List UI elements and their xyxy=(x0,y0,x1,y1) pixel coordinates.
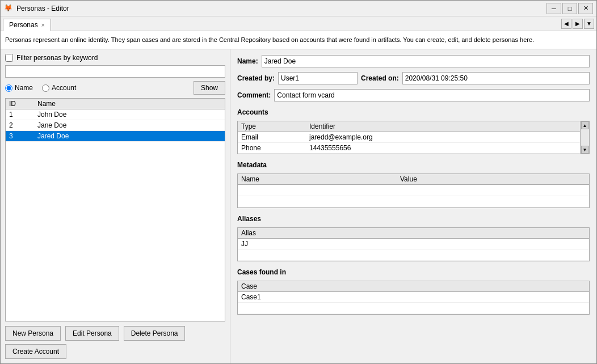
radio-name[interactable] xyxy=(5,84,12,92)
cell-type: Email xyxy=(238,132,306,143)
new-persona-button[interactable]: New Persona xyxy=(5,326,61,341)
filter-input[interactable] xyxy=(5,65,225,78)
accounts-col-identifier: Identifier xyxy=(306,121,580,132)
title-bar: 🦊 Personas - Editor ─ □ ✕ xyxy=(1,1,596,16)
table-row[interactable]: Emailjaredd@example.org xyxy=(238,132,580,143)
name-input[interactable] xyxy=(262,55,590,67)
col-id: ID xyxy=(6,99,34,109)
tab-label: Personas xyxy=(9,21,38,29)
cell-name: Jared Doe xyxy=(34,131,225,142)
cases-table: Case Case1 xyxy=(237,281,590,315)
table-row xyxy=(238,196,589,208)
maximize-button[interactable]: □ xyxy=(562,3,577,14)
tab-nav-menu[interactable]: ▼ xyxy=(584,19,594,29)
persona-action-buttons: New Persona Edit Persona Delete Persona xyxy=(5,326,225,341)
aliases-section-title: Aliases xyxy=(237,215,590,223)
create-account-button[interactable]: Create Account xyxy=(5,344,66,359)
table-row xyxy=(238,185,589,196)
accounts-col-type: Type xyxy=(238,121,306,132)
table-row[interactable]: Phone14435555656 xyxy=(238,143,580,154)
table-row[interactable]: Case1 xyxy=(238,292,589,303)
info-bar: Personas represent an online identity. T… xyxy=(1,31,596,49)
comment-row: Comment: xyxy=(237,89,590,101)
table-row[interactable]: 3Jared Doe xyxy=(6,131,225,142)
cell-case: Case1 xyxy=(238,292,589,303)
aliases-table: Alias JJ xyxy=(237,227,590,261)
cases-section-title: Cases found in xyxy=(237,268,590,276)
tab-bar-left: Personas × xyxy=(3,16,51,31)
tab-bar: Personas × ◀ ▶ ▼ xyxy=(1,16,596,31)
left-panel: Filter personas by keyword Name Account … xyxy=(1,49,230,363)
comment-input[interactable] xyxy=(274,89,590,101)
personas-list[interactable]: ID Name 1John Doe2Jane Doe3Jared Doe xyxy=(5,98,225,321)
minimize-button[interactable]: ─ xyxy=(546,3,561,14)
created-row: Created by: Created on: xyxy=(237,72,590,84)
table-row xyxy=(238,249,589,261)
created-by-input[interactable] xyxy=(278,72,358,84)
main-content: Filter personas by keyword Name Account … xyxy=(1,49,596,363)
created-by-label: Created by: xyxy=(237,74,275,82)
app-icon: 🦊 xyxy=(4,4,13,13)
cell-id: 1 xyxy=(6,109,34,120)
personas-tab[interactable]: Personas × xyxy=(3,19,51,31)
metadata-col-value: Value xyxy=(397,174,589,185)
cell-name: Jane Doe xyxy=(34,120,225,131)
cell-identifier: jaredd@example.org xyxy=(306,132,580,143)
radio-row: Name Account Show xyxy=(5,81,225,95)
delete-persona-button[interactable]: Delete Persona xyxy=(124,326,186,341)
title-bar-controls: ─ □ ✕ xyxy=(546,3,593,14)
tab-nav: ◀ ▶ ▼ xyxy=(561,19,594,29)
table-row[interactable]: JJ xyxy=(238,239,589,249)
accounts-scrollbar: ▲ ▼ xyxy=(580,121,589,154)
title-bar-left: 🦊 Personas - Editor xyxy=(4,4,69,13)
accounts-table: Type Identifier Emailjaredd@example.orgP… xyxy=(237,121,590,154)
filter-label: Filter personas by keyword xyxy=(16,54,98,62)
created-on-label: Created on: xyxy=(361,74,399,82)
right-panel: Name: Created by: Created on: Comment: A… xyxy=(230,49,596,363)
info-text: Personas represent an online identity. T… xyxy=(5,36,534,43)
cell-name: John Doe xyxy=(34,109,225,120)
table-row[interactable]: 2Jane Doe xyxy=(6,120,225,131)
filter-row: Filter personas by keyword xyxy=(5,54,225,62)
name-row: Name: xyxy=(237,55,590,67)
table-row[interactable]: 1John Doe xyxy=(6,109,225,120)
filter-checkbox[interactable] xyxy=(5,54,13,62)
cell-id: 2 xyxy=(6,120,34,131)
edit-persona-button[interactable]: Edit Persona xyxy=(65,326,119,341)
cell-id: 3 xyxy=(6,131,34,142)
radio-account[interactable] xyxy=(42,84,49,92)
close-button[interactable]: ✕ xyxy=(578,3,593,14)
cell-alias: JJ xyxy=(238,239,589,249)
main-window: 🦊 Personas - Editor ─ □ ✕ Personas × ◀ ▶… xyxy=(0,0,597,364)
radio-name-label[interactable]: Name xyxy=(5,84,33,92)
tab-close-icon[interactable]: × xyxy=(41,22,45,28)
metadata-table: Name Value xyxy=(237,173,590,208)
window-title: Personas - Editor xyxy=(16,5,69,12)
tab-nav-next[interactable]: ▶ xyxy=(573,19,583,29)
scroll-up-icon[interactable]: ▲ xyxy=(581,121,589,129)
created-on-input[interactable] xyxy=(402,72,590,84)
accounts-section-title: Accounts xyxy=(237,108,590,116)
comment-label: Comment: xyxy=(237,91,271,99)
cell-identifier: 14435555656 xyxy=(306,143,580,154)
metadata-section-title: Metadata xyxy=(237,161,590,169)
cases-col-case: Case xyxy=(238,281,589,292)
radio-account-label[interactable]: Account xyxy=(42,84,76,92)
cell-type: Phone xyxy=(238,143,306,154)
name-label: Name: xyxy=(237,57,258,65)
col-name: Name xyxy=(34,99,225,109)
scroll-down-icon[interactable]: ▼ xyxy=(581,146,589,154)
show-button[interactable]: Show xyxy=(194,81,225,95)
metadata-col-name: Name xyxy=(238,174,397,185)
table-row xyxy=(238,303,589,314)
aliases-col-alias: Alias xyxy=(238,228,589,239)
tab-nav-prev[interactable]: ◀ xyxy=(561,19,571,29)
create-account-row: Create Account xyxy=(5,344,225,359)
